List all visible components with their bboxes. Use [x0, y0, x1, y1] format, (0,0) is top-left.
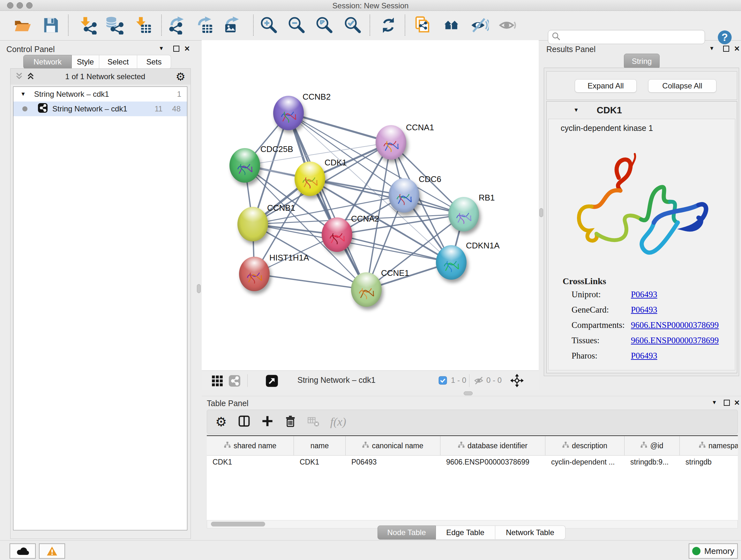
column-header-description[interactable]: description — [545, 436, 624, 455]
tab-string[interactable]: String — [624, 54, 660, 69]
protein-node-CDC6[interactable] — [389, 178, 419, 212]
column-header-name[interactable]: name — [294, 436, 346, 455]
panel-menu-icon[interactable]: ▼ — [712, 399, 717, 406]
column-label: @id — [650, 442, 663, 450]
crosslink-link[interactable]: P06493 — [631, 351, 657, 361]
node-label-CCNB1: CCNB1 — [267, 203, 295, 213]
float-panel-icon[interactable] — [173, 46, 179, 52]
table-cell[interactable]: P06493 — [346, 455, 441, 469]
table-cell[interactable]: 9606.ENSP00000378699 — [441, 455, 545, 469]
tab-style[interactable]: Style — [72, 55, 99, 69]
panel-menu-icon[interactable]: ▼ — [158, 45, 164, 52]
show-eye-disabled-button[interactable] — [498, 16, 517, 35]
node-label-CCNE1: CCNE1 — [381, 268, 409, 278]
panel-menu-icon[interactable]: ▼ — [709, 45, 715, 52]
string-home-button[interactable] — [443, 16, 461, 35]
column-header-canonical-name[interactable]: canonical name — [346, 436, 441, 455]
grid-view-icon[interactable] — [211, 375, 223, 388]
crosslink-link[interactable]: 9606.ENSP00000378699 — [631, 335, 719, 346]
export-network-button[interactable] — [168, 16, 186, 35]
split-panel-columns-icon[interactable] — [238, 415, 251, 429]
zoom-selected-button[interactable] — [344, 16, 362, 35]
float-panel-icon[interactable] — [724, 400, 730, 406]
protein-node-RB1[interactable] — [448, 197, 479, 232]
gene-entry-header[interactable]: ▼ CDK1 — [547, 102, 737, 119]
tab-sets[interactable]: Sets — [137, 55, 171, 69]
import-network-button[interactable] — [78, 16, 97, 35]
table-cell[interactable]: CDK1 — [207, 455, 294, 469]
column-header-shared-name[interactable]: shared name — [207, 436, 294, 455]
memory-button[interactable]: Memory — [689, 543, 738, 559]
table-row[interactable]: CDK1CDK1P064939606.ENSP00000378699cyclin… — [207, 455, 738, 469]
protein-node-CCNB2[interactable] — [273, 96, 304, 130]
tab-network[interactable]: Network — [23, 55, 72, 69]
hide-unselected-eye-button[interactable] — [470, 16, 489, 35]
table-cell[interactable]: cyclin-dependent ... — [545, 455, 624, 469]
column-label: description — [572, 442, 607, 450]
share-view-icon[interactable] — [228, 375, 241, 388]
protein-node-CDK1[interactable] — [294, 162, 325, 196]
close-panel-icon[interactable]: ✕ — [734, 399, 740, 407]
tab-edge-table[interactable]: Edge Table — [436, 525, 495, 540]
open-in-window-icon[interactable] — [266, 374, 278, 388]
network-options-gear-icon[interactable]: ⚙ — [176, 70, 185, 83]
protein-node-CDKN1A[interactable] — [436, 245, 467, 280]
zoom-out-button[interactable] — [287, 16, 306, 35]
network-collection-row[interactable]: ▼String Network – cdk11 — [13, 87, 187, 102]
bottom-splitter-handle[interactable] — [464, 391, 473, 395]
protein-node-CCNA1[interactable] — [376, 125, 406, 160]
import-table-button[interactable] — [134, 16, 152, 35]
import-database-button[interactable] — [105, 16, 124, 35]
table-cell[interactable]: CDK1 — [294, 455, 346, 469]
column-header-@id[interactable]: @id — [624, 436, 680, 455]
save-session-button[interactable] — [42, 16, 60, 35]
delete-column-icon[interactable] — [284, 415, 296, 428]
table-settings-gear-icon[interactable]: ⚙ — [215, 415, 227, 429]
close-panel-icon[interactable]: ✕ — [734, 45, 740, 53]
protein-node-HIST1H1A[interactable] — [239, 257, 270, 291]
expand-all-networks-icon[interactable] — [26, 72, 35, 81]
warning-status-button[interactable] — [39, 543, 65, 559]
open-file-button[interactable] — [13, 16, 31, 35]
export-image-button[interactable] — [223, 16, 242, 35]
expand-all-button[interactable]: Expand All — [575, 79, 636, 92]
search-box[interactable] — [548, 30, 705, 44]
zoom-fit-button[interactable] — [315, 16, 334, 35]
crosslink-row: GeneCard:P06493 — [571, 305, 725, 315]
clone-network-button[interactable] — [414, 16, 432, 35]
collapse-all-button[interactable]: Collapse All — [648, 79, 717, 92]
collapse-collection-icon[interactable]: ▼ — [20, 91, 26, 98]
zoom-in-button[interactable] — [260, 16, 278, 35]
left-splitter-handle[interactable] — [197, 284, 201, 293]
protein-node-CCNB1[interactable] — [238, 207, 268, 241]
tab-select[interactable]: Select — [99, 55, 137, 69]
add-column-icon[interactable] — [261, 415, 273, 428]
float-panel-icon[interactable] — [723, 46, 729, 52]
protein-node-CCNA2[interactable] — [322, 217, 352, 252]
selected-checkbox-icon[interactable] — [439, 376, 447, 386]
network-row[interactable]: String Network – cdk11148 — [13, 102, 187, 116]
cloud-status-button[interactable] — [10, 543, 36, 559]
close-panel-icon[interactable]: ✕ — [184, 45, 190, 53]
collapse-all-networks-icon[interactable] — [15, 72, 23, 81]
column-header-namespace[interactable]: namespace — [680, 436, 738, 455]
table-cell[interactable]: stringdb:9... — [624, 455, 680, 469]
network-view-canvas[interactable]: CCNB2CCNA1CDC25BCDK1CDC6RB1CCNB1CCNA2CDK… — [202, 40, 539, 370]
tab-network-table[interactable]: Network Table — [495, 525, 565, 540]
protein-node-CCNE1[interactable] — [351, 272, 382, 307]
crosslink-link[interactable]: P06493 — [631, 305, 657, 315]
move-crosshair-icon[interactable] — [510, 374, 524, 389]
crosslink-link[interactable]: P06493 — [631, 290, 657, 300]
refresh-button[interactable] — [379, 16, 398, 35]
protein-node-CDC25B[interactable] — [229, 148, 260, 183]
hidden-eye-icon[interactable] — [474, 376, 484, 387]
collapse-entry-icon[interactable]: ▼ — [574, 107, 579, 113]
export-table-button[interactable] — [195, 16, 214, 35]
crosslink-link[interactable]: 9606.ENSP00000378699 — [631, 320, 719, 330]
column-header-database-identifier[interactable]: database identifier — [441, 436, 545, 455]
table-cell[interactable]: stringdb — [680, 455, 738, 469]
network-selection-summary: 1 of 1 Network selected — [35, 72, 176, 81]
search-input[interactable] — [561, 33, 699, 42]
hide-unselected-eye-icon — [470, 16, 489, 35]
tab-node-table[interactable]: Node Table — [378, 525, 436, 540]
